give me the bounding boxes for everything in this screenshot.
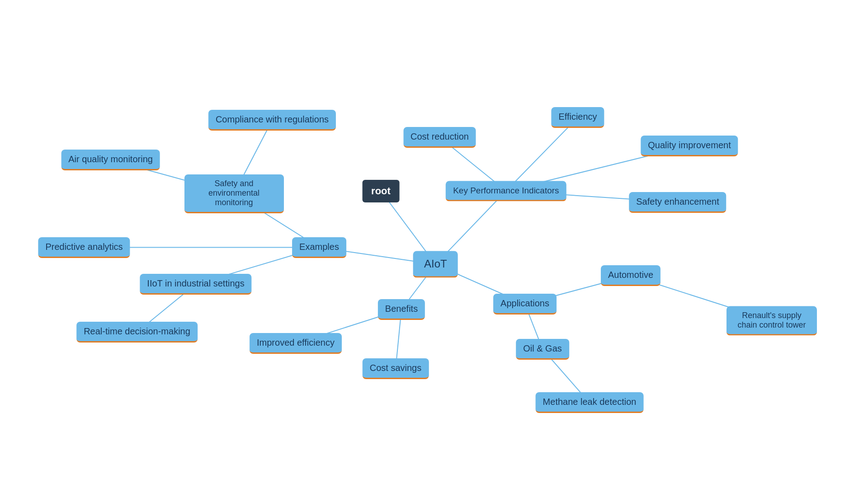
node-predictive: Predictive analytics (38, 237, 130, 258)
node-kpi: Key Performance Indicators (446, 181, 566, 201)
node-applications: Applications (493, 294, 557, 314)
node-compliance: Compliance with regulations (208, 110, 336, 131)
node-quality_improvement: Quality improvement (641, 136, 738, 156)
node-oil_gas: Oil & Gas (516, 339, 569, 360)
node-automotive: Automotive (601, 265, 660, 286)
node-safety_enhancement: Safety enhancement (629, 192, 726, 213)
node-cost_savings: Cost savings (363, 358, 429, 379)
node-examples: Examples (292, 237, 346, 258)
node-safety_env: Safety and environmental monitoring (184, 174, 284, 213)
node-renault: Renault's supply chain control tower (726, 306, 817, 336)
node-realtime: Real-time decision-making (76, 322, 198, 343)
node-aiot: AIoT (413, 251, 458, 278)
node-air_quality: Air quality monitoring (61, 150, 160, 170)
node-methane: Methane leak detection (536, 392, 644, 413)
node-benefits: Benefits (378, 299, 425, 320)
node-cost_reduction: Cost reduction (403, 127, 476, 148)
node-root: root (362, 180, 400, 202)
connections-svg (0, 0, 868, 488)
node-iiot: IIoT in industrial settings (140, 274, 251, 295)
node-improved_eff: Improved efficiency (250, 333, 342, 354)
mindmap-canvas: rootAIoTKey Performance IndicatorsCost r… (0, 0, 868, 488)
svg-line-3 (506, 117, 578, 191)
node-efficiency: Efficiency (551, 107, 604, 128)
